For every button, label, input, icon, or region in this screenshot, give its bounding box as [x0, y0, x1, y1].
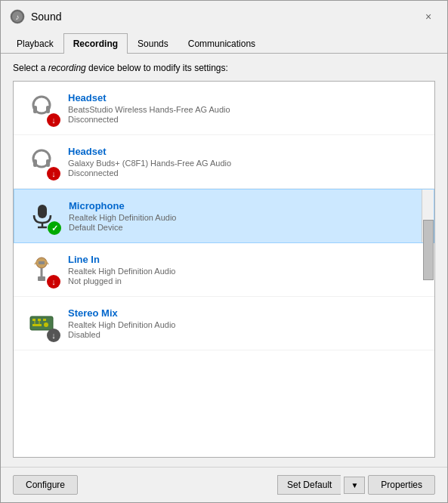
svg-rect-22 — [32, 324, 42, 326]
device-status-stereo-mix: Disabled — [68, 330, 425, 339]
device-status-microphone: Default Device — [69, 223, 425, 232]
svg-rect-13 — [39, 261, 45, 264]
status-badge-default-mic: ✓ — [48, 221, 61, 235]
device-name-microphone: Microphone — [69, 200, 425, 211]
device-info-line-in: Line In Realtek High Definition Audio No… — [68, 254, 425, 285]
tab-communications[interactable]: Communications — [178, 33, 265, 54]
device-icon-line-in: ↓ — [23, 251, 60, 289]
device-name-galaxy: Headset — [68, 146, 425, 157]
instruction-text: Select a recording device below to modif… — [13, 63, 435, 73]
device-info-microphone: Microphone Realtek High Definition Audio… — [69, 200, 425, 232]
device-status-line-in: Not plugged in — [68, 276, 425, 285]
properties-button[interactable]: Properties — [368, 475, 435, 495]
svg-rect-18 — [30, 316, 53, 330]
svg-rect-5 — [46, 106, 50, 113]
set-default-button[interactable]: Set Default — [277, 475, 341, 495]
device-info-galaxy: Headset Galaxy Buds+ (C8F1) Hands-Free A… — [68, 146, 425, 177]
status-badge-disabled-stereo-mix: ↓ — [47, 329, 60, 342]
device-status-beats: Disconnected — [68, 115, 425, 124]
svg-rect-9 — [38, 205, 47, 218]
title-bar: ♪ Sound × — [1, 1, 447, 32]
device-driver-beats: BeatsStudio Wireless Hands-Free AG Audio — [68, 105, 425, 114]
device-icon-headset-beats: ↓ — [23, 89, 60, 127]
configure-button[interactable]: Configure — [13, 475, 78, 495]
device-info-stereo-mix: Stereo Mix Realtek High Definition Audio… — [68, 307, 425, 339]
device-icon-microphone: ✓ — [23, 197, 61, 235]
tab-playback[interactable]: Playback — [7, 33, 63, 54]
set-default-arrow-button[interactable]: ▼ — [344, 477, 365, 494]
device-list: ↓ Headset BeatsStudio Wireless Hands-Fre… — [13, 81, 435, 458]
svg-rect-4 — [33, 106, 37, 113]
svg-rect-21 — [43, 319, 46, 321]
device-name-beats: Headset — [68, 92, 425, 103]
device-name-stereo-mix: Stereo Mix — [68, 307, 425, 319]
status-badge-disconnected-beats: ↓ — [47, 113, 60, 127]
svg-point-23 — [44, 322, 48, 327]
svg-rect-15 — [38, 276, 45, 281]
device-status-galaxy: Disconnected — [68, 168, 425, 177]
sound-icon: ♪ — [10, 9, 25, 24]
svg-text:♪: ♪ — [16, 13, 20, 21]
device-driver-line-in: Realtek High Definition Audio — [68, 267, 425, 276]
bottom-bar: Configure Set Default ▼ Properties — [1, 467, 447, 502]
window-title: Sound — [31, 11, 61, 23]
device-driver-galaxy: Galaxy Buds+ (C8F1) Hands-Free AG Audio — [68, 159, 425, 168]
device-name-line-in: Line In — [68, 254, 425, 265]
device-item-headset-beats[interactable]: ↓ Headset BeatsStudio Wireless Hands-Fre… — [14, 82, 434, 135]
content-area: Select a recording device below to modif… — [1, 54, 447, 467]
status-badge-not-plugged-line-in: ↓ — [47, 275, 60, 289]
sound-dialog: ♪ Sound × Playback Recording Sounds Comm… — [0, 0, 448, 503]
device-item-microphone[interactable]: ✓ Microphone Realtek High Definition Aud… — [14, 189, 434, 243]
tabs-bar: Playback Recording Sounds Communications — [1, 32, 447, 54]
device-item-headset-galaxy[interactable]: ↓ Headset Galaxy Buds+ (C8F1) Hands-Free… — [14, 135, 434, 189]
device-info-beats: Headset BeatsStudio Wireless Hands-Free … — [68, 92, 425, 124]
device-driver-microphone: Realtek High Definition Audio — [69, 213, 425, 222]
device-driver-stereo-mix: Realtek High Definition Audio — [68, 320, 425, 329]
device-item-line-in[interactable]: ↓ Line In Realtek High Definition Audio … — [14, 243, 434, 297]
status-badge-disconnected-galaxy: ↓ — [47, 167, 60, 181]
title-bar-left: ♪ Sound — [10, 9, 61, 24]
close-button[interactable]: × — [419, 7, 438, 26]
device-item-stereo-mix[interactable]: ↓ Stereo Mix Realtek High Definition Aud… — [14, 297, 434, 350]
svg-rect-19 — [32, 319, 36, 321]
svg-rect-20 — [38, 319, 41, 321]
svg-rect-8 — [46, 159, 50, 167]
device-icon-headset-galaxy: ↓ — [23, 143, 60, 181]
scrollbar[interactable] — [422, 190, 434, 242]
svg-rect-7 — [33, 159, 37, 167]
tab-recording[interactable]: Recording — [63, 33, 128, 54]
device-icon-stereo-mix: ↓ — [23, 304, 60, 342]
tab-sounds[interactable]: Sounds — [128, 33, 178, 54]
